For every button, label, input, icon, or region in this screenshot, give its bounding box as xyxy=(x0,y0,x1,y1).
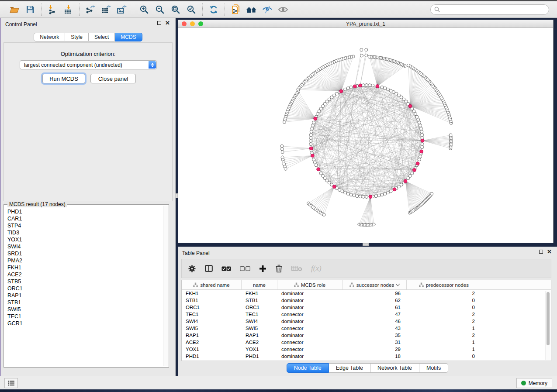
import-table-icon[interactable] xyxy=(62,4,74,15)
task-history-button[interactable] xyxy=(4,378,18,388)
column-header-shared-name[interactable]: shared name xyxy=(182,280,242,289)
mcds-result-item[interactable]: STB5 xyxy=(5,278,163,285)
network-node[interactable] xyxy=(360,48,363,52)
zoom-in-icon[interactable] xyxy=(138,4,150,15)
network-node[interactable] xyxy=(421,133,424,136)
export-image-icon[interactable] xyxy=(116,4,128,15)
network-node[interactable] xyxy=(360,54,363,57)
criterion-dropdown[interactable]: largest connected component (undirected) xyxy=(20,60,157,69)
table-options-gear-icon[interactable] xyxy=(188,263,196,274)
network-node[interactable] xyxy=(381,193,384,196)
column-header-successor-nodes[interactable]: successor nodes xyxy=(343,280,407,289)
network-node[interactable] xyxy=(312,121,315,124)
run-mcds-button[interactable]: Run MCDS xyxy=(42,74,85,83)
network-node[interactable] xyxy=(386,191,389,194)
network-node[interactable] xyxy=(430,192,433,195)
mcds-result-list[interactable]: PHD1CAR1STP4TID3YOX1SWI4SRD1PMA2FKH1ACE2… xyxy=(5,208,163,366)
network-node[interactable] xyxy=(389,89,392,92)
network-node[interactable] xyxy=(344,191,347,194)
mcds-result-item[interactable]: FKH1 xyxy=(5,264,163,271)
tab-network[interactable]: Network xyxy=(34,33,65,41)
table-scrollbar[interactable] xyxy=(545,291,550,360)
table-row[interactable]: YOX1YOX1connector291 xyxy=(182,346,545,353)
mcds-hub-node[interactable] xyxy=(314,117,317,120)
table-row[interactable]: ACE2ACE2connector311 xyxy=(182,339,545,346)
network-node[interactable] xyxy=(312,158,315,161)
network-node[interactable] xyxy=(341,190,344,193)
network-node[interactable] xyxy=(411,172,414,175)
network-node[interactable] xyxy=(377,194,381,197)
network-node[interactable] xyxy=(381,86,384,89)
network-node[interactable] xyxy=(283,120,286,124)
network-node[interactable] xyxy=(374,195,377,198)
split-table-icon[interactable] xyxy=(205,263,213,274)
mcds-hub-node[interactable] xyxy=(359,84,362,87)
network-node[interactable] xyxy=(316,113,319,116)
mcds-result-item[interactable]: GCR1 xyxy=(5,320,163,327)
network-node[interactable] xyxy=(449,134,452,137)
mcds-result-item[interactable]: STB1 xyxy=(5,299,163,306)
mcds-result-item[interactable]: RAP1 xyxy=(5,292,163,299)
mcds-result-item[interactable]: STP4 xyxy=(5,222,163,229)
mcds-hub-node[interactable] xyxy=(421,139,424,142)
network-node[interactable] xyxy=(353,194,356,197)
network-window-titlebar[interactable]: YPA_prune.txt_1 xyxy=(178,20,553,28)
mcds-hub-node[interactable] xyxy=(339,89,343,93)
network-node[interactable] xyxy=(368,84,371,87)
network-node[interactable] xyxy=(356,195,359,198)
tab-mcds[interactable]: MCDS xyxy=(115,33,142,41)
vertical-splitter-handle[interactable] xyxy=(176,193,178,198)
mcds-result-item[interactable]: ACE2 xyxy=(5,271,163,278)
network-node[interactable] xyxy=(315,164,318,167)
network-node[interactable] xyxy=(421,146,424,149)
network-node[interactable] xyxy=(346,192,349,195)
mcds-hub-node[interactable] xyxy=(311,154,315,158)
import-network-icon[interactable] xyxy=(47,4,58,15)
network-node[interactable] xyxy=(362,84,365,87)
add-column-icon[interactable] xyxy=(259,263,266,274)
network-node[interactable] xyxy=(386,88,389,91)
tab-select[interactable]: Select xyxy=(89,33,115,41)
mcds-hub-node[interactable] xyxy=(353,85,356,88)
refresh-icon[interactable] xyxy=(208,4,219,15)
table-row[interactable]: STB1STB1dominator620 xyxy=(182,297,545,304)
dropdown-stepper-icon[interactable] xyxy=(149,61,156,69)
mcds-hub-node[interactable] xyxy=(369,195,372,199)
column-header-predecessor-nodes[interactable]: predecessor nodes xyxy=(407,280,481,289)
network-node[interactable] xyxy=(365,196,368,199)
network-node[interactable] xyxy=(418,158,421,161)
network-node[interactable] xyxy=(419,127,422,130)
mcds-hub-node[interactable] xyxy=(408,104,412,108)
network-node[interactable] xyxy=(349,193,353,196)
table-body[interactable]: FKH1FKH1dominator962STB1STB1dominator620… xyxy=(182,290,545,361)
network-node[interactable] xyxy=(362,195,365,198)
mcds-list-scrollbar[interactable] xyxy=(163,206,168,366)
show-networks-icon[interactable] xyxy=(246,4,257,15)
table-row[interactable]: ORC1ORC1dominator610 xyxy=(182,304,545,311)
network-node[interactable] xyxy=(313,161,316,164)
network-node[interactable] xyxy=(368,55,371,58)
export-table-icon[interactable] xyxy=(100,4,112,15)
network-node[interactable] xyxy=(280,148,284,151)
clone-network-icon[interactable] xyxy=(230,4,242,15)
mcds-result-item[interactable]: YOX1 xyxy=(5,236,163,243)
table-row[interactable]: SWI4SWI4dominator462 xyxy=(182,318,545,325)
mcds-result-item[interactable]: TID3 xyxy=(5,229,163,236)
deselect-all-columns-icon[interactable] xyxy=(240,263,250,274)
column-header-MCDS-role[interactable]: MCDS role xyxy=(277,280,343,289)
open-file-icon[interactable] xyxy=(9,4,20,15)
network-node[interactable] xyxy=(284,167,287,170)
mcds-result-item[interactable]: PHD1 xyxy=(5,208,163,215)
network-node[interactable] xyxy=(365,84,368,87)
tab-style[interactable]: Style xyxy=(65,33,89,41)
select-all-columns-icon[interactable] xyxy=(221,263,231,274)
network-node[interactable] xyxy=(359,195,362,198)
network-node[interactable] xyxy=(392,90,395,93)
network-node[interactable] xyxy=(309,133,312,136)
close-table-panel-icon[interactable]: ✕ xyxy=(547,250,552,254)
mcds-hub-node[interactable] xyxy=(376,85,379,88)
mcds-hub-node[interactable] xyxy=(332,185,336,189)
network-node[interactable] xyxy=(420,130,423,133)
memory-button[interactable]: Memory xyxy=(516,378,552,388)
mcds-hub-node[interactable] xyxy=(309,147,313,150)
